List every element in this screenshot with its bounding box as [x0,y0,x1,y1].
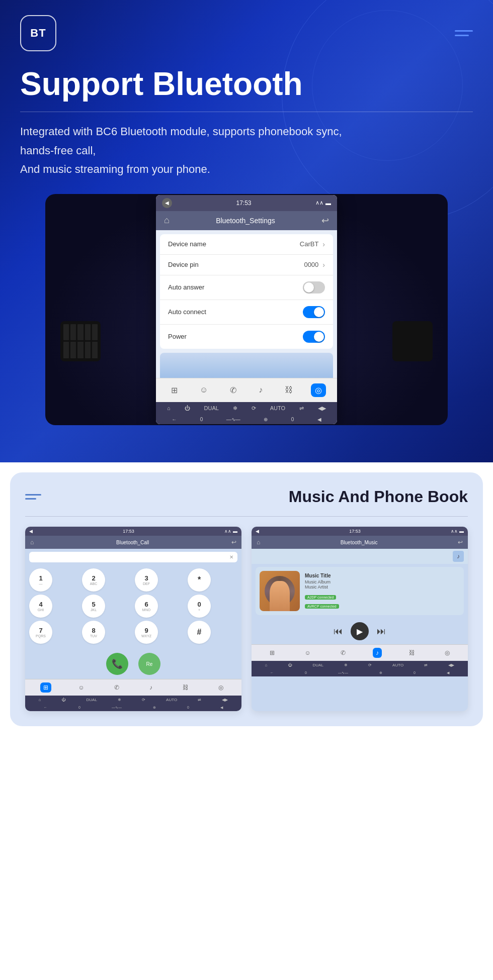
nav-back-icon[interactable]: ← [172,417,177,422]
bottom-divider [25,516,468,517]
call-tab-link[interactable]: ⛓ [180,682,192,693]
topbar-back-arrow[interactable]: ◀ [162,198,172,208]
tab-settings-icon[interactable]: ◎ [311,383,326,397]
call-redial-btn[interactable]: Re [138,653,160,675]
ms-vol: ◀▶ [448,663,454,667]
car-display: ◀ 17:53 ∧∧ ▬ ⌂ Bluetooth_Settings ↩ [20,194,473,425]
call-topbar-icons: ∧∧ ▬ [224,529,237,534]
mb-back[interactable]: ← [270,671,274,675]
key-sub: JKL [91,608,97,612]
keypad-7[interactable]: 7 PQRS [29,621,52,644]
call-tab-music[interactable]: ♪ [146,682,155,693]
cb-back[interactable]: ← [44,706,47,710]
music-back-arrow[interactable]: ◀ [256,529,259,534]
keypad-9[interactable]: 9 WXYZ [135,621,158,644]
back-button[interactable]: ↩ [321,215,329,226]
tab-grid-icon[interactable]: ⊞ [167,383,182,397]
device-pin-text: 0000 [304,261,318,268]
tab-phone-icon[interactable]: ✆ [226,383,240,397]
device-name-row[interactable]: Device name CarBT › [160,234,333,255]
cs-arrows: ⇌ [198,698,201,702]
status-home[interactable]: ⌂ [167,405,171,411]
music-home-icon[interactable]: ⌂ [257,539,260,546]
status-auto: AUTO [270,405,285,411]
call-search-bar[interactable]: ✕ [29,552,237,562]
hamburger-menu[interactable] [455,30,473,36]
music-tab-person[interactable]: ☺ [301,648,313,658]
key-sub: GHI [38,608,44,612]
call-tab-grid[interactable]: ⊞ [40,682,51,693]
music-back-btn[interactable]: ↩ [458,539,463,546]
key-main: 0 [197,601,201,608]
music-tab-music[interactable]: ♪ [373,648,382,658]
cs-auto: AUTO [166,698,177,702]
music-tab-phone[interactable]: ✆ [338,648,349,658]
next-track-btn[interactable]: ⏭ [377,626,386,637]
artist-figure [270,581,290,611]
toggle-thumb2 [314,307,324,317]
key-sub: TUV [90,634,97,638]
home-icon[interactable]: ⌂ [164,215,170,226]
call-back-arrow[interactable]: ◀ [29,529,33,534]
keypad-3[interactable]: 3 DEF [135,568,158,592]
keypad-star[interactable]: * [188,568,211,592]
call-screen: ◀ 17:53 ∧∧ ▬ ⌂ Bluetooth_Call ↩ ✕ 1 — [25,527,241,711]
device-pin-row[interactable]: Device pin 0000 › [160,255,333,275]
ms-home[interactable]: ⌂ [265,663,268,667]
keypad-1[interactable]: 1 — [29,568,52,592]
call-tab-settings[interactable]: ◎ [215,682,226,693]
vent-slot [77,342,83,358]
keypad-0[interactable]: 0 + [188,595,211,618]
bottom-header: Music And Phone Book [25,487,468,506]
power-toggle[interactable] [303,331,325,343]
hero-header: BT [20,15,473,51]
music-nav-bar: ⌂ Bluetooth_Music ↩ [252,536,468,549]
music-artist-text: Music Artist [305,584,460,590]
music-tab-grid[interactable]: ⊞ [267,648,278,658]
music-time: 17:53 [349,529,361,534]
key-sub: WXYZ [141,634,151,638]
prev-track-btn[interactable]: ⏮ [334,626,343,637]
call-tab-phone[interactable]: ✆ [111,682,122,693]
music-screen-title: Bluetooth_Music [341,540,378,545]
bottom-hamburger[interactable] [25,494,41,500]
music-tab-link[interactable]: ⛓ [406,648,418,658]
status-dual: DUAL [204,405,219,411]
ms-arrows: ⇌ [424,663,428,667]
keypad-6[interactable]: 6 MNO [135,595,158,618]
keypad-8[interactable]: 8 TUV [82,621,105,644]
keypad-hash[interactable]: # [188,621,211,644]
device-name-text: CarBT [300,240,319,248]
call-time: 17:53 [123,529,134,534]
music-bottom-tabs: ⊞ ☺ ✆ ♪ ⛓ ◎ [252,644,468,661]
nav-0: 0 [200,417,203,422]
tab-person-icon[interactable]: ☺ [196,383,212,397]
keypad-5[interactable]: 5 JKL [82,595,105,618]
auto-answer-toggle[interactable] [303,281,325,293]
call-tab-person[interactable]: ☺ [75,682,87,693]
music-info: Music Title Music Album Music Artist A2D… [305,573,460,610]
status-power: ⏻ [185,405,190,411]
mb-temp: —∿— [338,671,348,675]
play-pause-btn[interactable]: ▶ [351,622,369,640]
tab-music-icon[interactable]: ♪ [255,383,267,397]
call-back-btn[interactable]: ↩ [231,539,236,546]
ms-ac: ⟳ [368,663,372,667]
topbar-left: ◀ [162,198,172,208]
nav-temp: —∿— [226,417,240,422]
search-clear-icon[interactable]: ✕ [229,554,233,560]
keypad-4[interactable]: 4 GHI [29,595,52,618]
tab-link-icon[interactable]: ⛓ [281,383,297,397]
call-keypad: 1 — 2 ABC 3 DEF * 4 GHI [25,565,241,649]
vent-slot [70,324,76,341]
auto-connect-toggle[interactable] [303,306,325,318]
cs-home[interactable]: ⌂ [39,698,41,702]
ms-snow: ❄ [344,663,348,667]
music-tab-settings[interactable]: ◎ [442,648,453,658]
cs-snow: ❄ [118,698,121,702]
call-home-icon[interactable]: ⌂ [30,539,34,546]
call-answer-btn[interactable]: 📞 [106,653,128,675]
title-divider [20,112,473,112]
keypad-2[interactable]: 2 ABC [82,568,105,592]
music-note-icon[interactable]: ♪ [453,551,464,562]
